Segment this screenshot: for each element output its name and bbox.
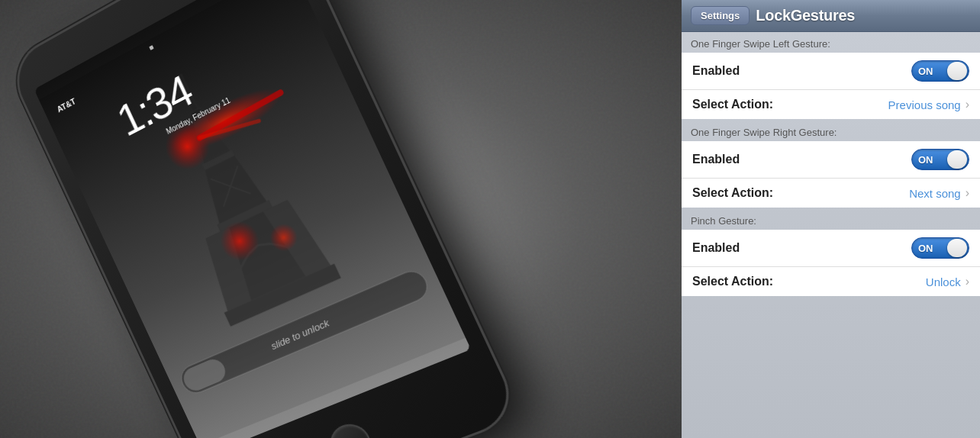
settings-header: Settings LockGestures (682, 0, 980, 32)
action-text-1: Previous song (888, 98, 961, 111)
chevron-2: › (965, 186, 969, 200)
toggle-thumb-1 (947, 62, 967, 80)
back-button[interactable]: Settings (691, 6, 750, 25)
section-header-swipe-right: One Finger Swipe Right Gesture: (682, 121, 980, 141)
swipe-left-enabled-row: Enabled ON (682, 53, 980, 90)
toggle-thumb-2 (947, 150, 967, 169)
toggle-on-text-3: ON (918, 243, 933, 254)
action-label-2: Select Action: (692, 186, 773, 200)
settings-panel: Settings LockGestures One Finger Swipe L… (682, 0, 980, 438)
action-label-1: Select Action: (692, 98, 773, 111)
chevron-1: › (965, 98, 969, 111)
toggle-on-text-2: ON (918, 154, 933, 166)
page-title: LockGestures (756, 7, 855, 24)
swipe-right-action-row[interactable]: Select Action: Next song › (682, 179, 980, 208)
action-value-2: Next song › (909, 186, 969, 200)
toggle-on-text-1: ON (918, 66, 933, 77)
pinch-action-row[interactable]: Select Action: Unlock › (682, 267, 980, 296)
enabled-label-2: Enabled (692, 153, 740, 166)
swipe-right-enabled-row: Enabled ON (682, 141, 980, 179)
section-header-pinch: Pinch Gesture: (682, 209, 980, 230)
section-header-swipe-left: One Finger Swipe Left Gesture: (682, 32, 980, 53)
swipe-right-group: Enabled ON Select Action: Next song › (682, 141, 980, 208)
action-value-1: Previous song › (888, 98, 969, 111)
action-text-2: Next song (909, 187, 961, 200)
toggle-swipe-right[interactable]: ON (911, 149, 969, 170)
toggle-thumb-3 (947, 239, 967, 257)
home-button[interactable] (324, 418, 378, 438)
swipe-left-action-row[interactable]: Select Action: Previous song › (682, 90, 980, 119)
pinch-enabled-row: Enabled ON (682, 230, 980, 267)
toggle-swipe-left[interactable]: ON (911, 60, 969, 82)
toggle-pinch[interactable]: ON (911, 237, 969, 259)
chevron-3: › (965, 275, 969, 288)
action-label-3: Select Action: (692, 275, 773, 288)
action-text-3: Unlock (926, 275, 961, 288)
pinch-group: Enabled ON Select Action: Unlock › (682, 230, 980, 296)
action-value-3: Unlock › (926, 275, 969, 288)
enabled-label-3: Enabled (692, 241, 740, 255)
phone-section: AT&T 1:34 Monday, February 11 slide to u… (0, 0, 682, 438)
enabled-label-1: Enabled (692, 64, 740, 78)
swipe-left-group: Enabled ON Select Action: Previous song … (682, 53, 980, 119)
